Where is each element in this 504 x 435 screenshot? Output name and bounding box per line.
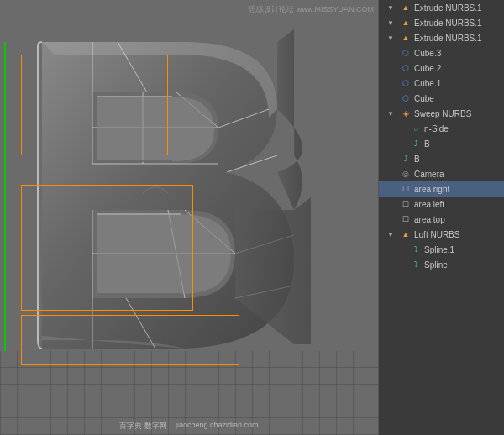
bottom-watermarks: 百字典 数字网 jiaocheng.chazidian.com [119,421,258,432]
fold-icon-spline [396,259,407,270]
type-icon-cube: ⬡ [400,92,412,104]
tree-item-arealeft[interactable]: ☐ area left [379,197,504,212]
tree-item-b2[interactable]: ⤴ B [379,151,504,166]
fold-icon-spline1 [396,244,407,255]
tree-item-extrude3[interactable]: ▼ ▲ Extrude NURBS.1 [379,30,504,45]
label-areatop: area top [414,215,445,224]
tree-item-sweep[interactable]: ▼ ◈ Sweep NURBS [379,106,504,121]
fold-icon-loft: ▼ [386,228,397,240]
type-icon-loft: ▲ [400,228,412,240]
tree-item-spline[interactable]: ⤵ Spline [379,257,504,272]
fold-icon-sweep: ▼ [386,107,397,119]
label-camera: Camera [414,170,444,179]
type-icon-areatop: ☐ [400,213,412,225]
tree-item-extrude2[interactable]: ▼ ▲ Extrude NURBS.1 [379,15,504,30]
type-icon-b2: ⤴ [400,153,412,165]
fold-icon-cube1 [386,77,397,89]
label-b1: B [424,139,430,149]
label-nside: n-Side [424,124,449,134]
type-icon-camera: ◎ [400,168,412,180]
letter-b-svg [17,25,344,386]
tree-item-extrude1[interactable]: ▼ ▲ Extrude NURBS.1 [379,0,504,15]
fold-icon-extrude2: ▼ [386,17,397,29]
label-extrude3: Extrude NURBS.1 [414,34,482,43]
watermark: 思练设计论坛 www.MISSYUAN.COM [249,4,374,15]
fold-icon-extrude1: ▼ [386,2,397,13]
watermark-text: 思练设计论坛 www.MISSYUAN.COM [249,5,374,13]
label-arealeft: area left [414,200,444,209]
watermark-left: 百字典 数字网 [119,421,167,432]
tree-item-cube1[interactable]: ⬡ Cube.1 [379,76,504,91]
type-icon-extrude1: ▲ [400,2,412,13]
label-extrude2: Extrude NURBS.1 [414,18,482,28]
y-axis-line [4,42,6,351]
tree-item-camera[interactable]: ◎ Camera [379,166,504,181]
label-b2: B [414,155,420,164]
label-cube3: Cube.3 [414,49,441,58]
type-icon-arearight: ☐ [400,183,412,195]
type-icon-arealeft: ☐ [400,198,412,210]
right-panel: ▼ ▲ Extrude NURBS.1 ▼ ▲ Extrude NURBS.1 … [378,0,504,435]
type-icon-cube1: ⬡ [400,77,412,89]
fold-icon-nside [396,123,407,134]
type-icon-extrude3: ▲ [400,32,412,44]
tree-item-cube[interactable]: ⬡ Cube [379,91,504,106]
type-icon-b1: ⤴ [410,138,422,149]
type-icon-cube3: ⬡ [400,47,412,59]
tree-item-loft[interactable]: ▼ ▲ Loft NURBS [379,227,504,242]
label-cube1: Cube.1 [414,79,441,88]
tree-item-arearight[interactable]: ☐ area right [379,181,504,197]
fold-icon-extrude3: ▼ [386,32,397,44]
type-icon-nside: ○ [410,123,422,134]
viewport[interactable]: 思练设计论坛 www.MISSYUAN.COM [0,0,378,435]
label-cube: Cube [414,94,434,103]
label-spline: Spline [424,260,448,270]
type-icon-spline: ⤵ [410,259,422,270]
type-icon-spline1: ⤵ [410,244,422,255]
fold-icon-camera [386,168,397,180]
fold-icon-cube2 [386,62,397,74]
label-spline1: Spline.1 [424,245,454,254]
fold-icon-arearight [386,183,397,195]
letter-b-container [17,25,344,386]
label-loft: Loft NURBS [414,230,459,239]
label-arearight: area right [414,185,449,194]
tree-item-spline1[interactable]: ⤵ Spline.1 [379,242,504,257]
fold-icon-cube3 [386,47,397,59]
label-extrude1: Extrude NURBS.1 [414,3,482,13]
label-cube2: Cube.2 [414,64,441,73]
fold-icon-cube [386,92,397,104]
type-icon-cube2: ⬡ [400,62,412,74]
type-icon-extrude2: ▲ [400,17,412,29]
fold-icon-arealeft [386,198,397,210]
tree-item-areatop[interactable]: ☐ area top [379,212,504,227]
type-icon-sweep: ◈ [400,107,412,119]
fold-icon-b2 [386,153,397,165]
tree-item-b1[interactable]: ⤴ B [379,136,504,151]
watermark-right: jiaocheng.chazidian.com [176,421,259,432]
main-container: 思练设计论坛 www.MISSYUAN.COM [0,0,504,435]
fold-icon-b1 [396,138,407,149]
label-sweep: Sweep NURBS [414,109,471,118]
tree-container: ▼ ▲ Extrude NURBS.1 ▼ ▲ Extrude NURBS.1 … [379,0,504,272]
fold-icon-areatop [386,213,397,225]
tree-item-cube2[interactable]: ⬡ Cube.2 [379,60,504,76]
tree-item-nside[interactable]: ○ n-Side [379,121,504,136]
tree-item-cube3[interactable]: ⬡ Cube.3 [379,45,504,60]
